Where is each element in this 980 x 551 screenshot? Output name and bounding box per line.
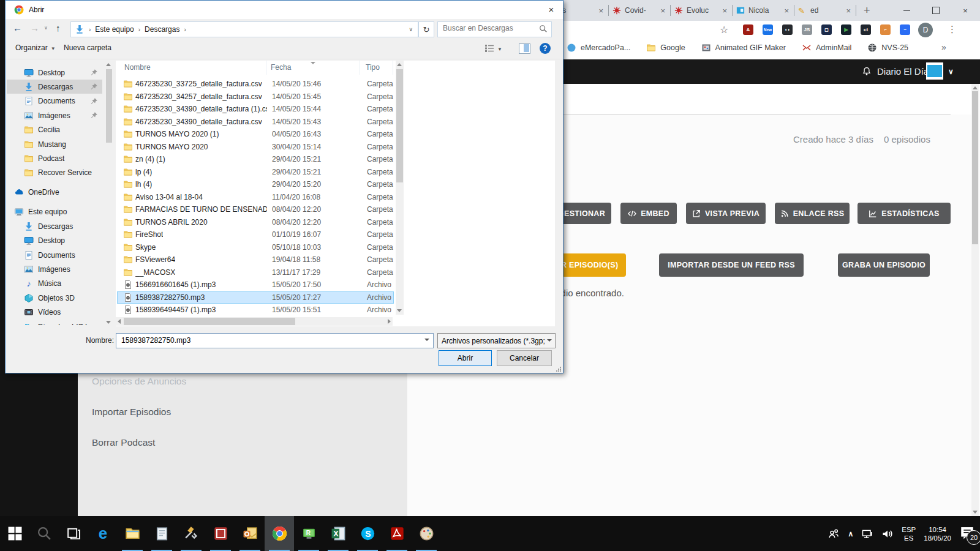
file-row[interactable]: Skype05/10/18 10:03Carpeta (117, 241, 394, 254)
taskbar-app-search[interactable] (29, 516, 59, 551)
bell-icon[interactable] (861, 65, 873, 77)
dark-extension-icon[interactable]: ◻ (821, 24, 832, 35)
preview-pane-icon[interactable] (519, 43, 530, 54)
language-indicator[interactable]: ESPES (902, 525, 916, 542)
new-tab-button[interactable]: + (856, 4, 878, 17)
column-header-tipo[interactable]: Tipo (366, 63, 380, 72)
scroll-down-icon[interactable] (106, 321, 111, 324)
file-row[interactable]: lh (4)29/04/20 15:20Carpeta (117, 178, 394, 191)
bookmark-item[interactable]: Animated GIF Maker (701, 43, 786, 53)
tab-close-icon[interactable]: × (659, 6, 666, 15)
file-row[interactable]: FireShot01/10/19 16:07Carpeta (117, 228, 394, 241)
taskbar-app-paint[interactable] (412, 516, 441, 551)
organize-menu[interactable]: Organizar▼ (15, 43, 56, 52)
browser-tab[interactable]: Covid-× (609, 0, 670, 21)
breadcrumb-segment[interactable]: Este equipo (95, 25, 134, 34)
file-row[interactable]: FARMACIAS DE TURNO DE ENSENADA...08/04/2… (117, 203, 394, 216)
view-list-icon[interactable] (484, 43, 494, 53)
scroll-down-icon[interactable] (397, 309, 402, 312)
file-row[interactable]: zn (4) (1)29/04/20 15:21Carpeta (117, 153, 394, 166)
file-row[interactable]: 1566916601645 (1).mp315/05/20 17:50Archi… (117, 279, 394, 291)
js-extension-icon[interactable]: JS (802, 24, 812, 35)
ct-extension-icon[interactable]: ct (861, 24, 871, 35)
page-sidebar-item[interactable]: Importar Episodios (92, 407, 171, 418)
sidebar-scrollbar[interactable] (105, 61, 113, 326)
sidebar-item-documents[interactable]: Documents (7, 94, 102, 108)
browser-tab[interactable]: ✎ed× (794, 0, 856, 21)
help-button[interactable]: ? (540, 43, 551, 54)
file-row[interactable]: 467235230_34390_detalle_factura (1).csv1… (117, 103, 394, 116)
network-icon[interactable] (861, 528, 873, 540)
new-badge-extension-icon[interactable]: New (763, 24, 773, 35)
scroll-up-icon[interactable] (973, 86, 978, 89)
minimize-button[interactable] (892, 0, 921, 21)
enlace-rss-button[interactable]: ENLACE RSS (775, 203, 850, 224)
maximize-button[interactable] (921, 0, 951, 21)
sidebar-item-desktop[interactable]: Desktop (7, 66, 102, 80)
podcast-avatar[interactable] (926, 62, 943, 80)
sidebar-item-im-genes[interactable]: Imágenes (7, 262, 102, 276)
chevron-down-icon[interactable]: ∨ (948, 67, 954, 76)
refresh-button[interactable]: ↻ (418, 21, 434, 37)
sidebar-item-m-sica[interactable]: ♪Música (7, 277, 102, 291)
tab-close-icon[interactable]: × (721, 6, 728, 15)
sidebar-item-im-genes[interactable]: Imágenes (7, 108, 102, 122)
file-row[interactable]: FSViewer6419/04/18 11:58Carpeta (117, 253, 394, 266)
sidebar-item-descargas[interactable]: Descargas (7, 219, 102, 233)
feather-extension-icon[interactable]: ~ (900, 24, 910, 35)
sidebar-item-onedrive[interactable]: OneDrive (7, 186, 102, 200)
taskbar-app-edge[interactable]: e (88, 516, 118, 551)
sidebar-item-disco-local-c-[interactable]: Disco local (C:) (7, 320, 102, 325)
browser-tab[interactable]: Evoluc× (671, 0, 732, 21)
tab-close-icon[interactable]: × (597, 6, 605, 15)
column-divider[interactable] (266, 61, 266, 75)
search-input[interactable] (442, 23, 536, 33)
column-divider[interactable] (360, 61, 360, 75)
pdf-extension-icon[interactable]: A (743, 24, 753, 35)
vista-previa-button[interactable]: VISTA PREVIA (686, 203, 766, 224)
taskbar-app-chrome[interactable] (265, 516, 294, 551)
scroll-left-icon[interactable] (118, 319, 121, 324)
view-dropdown-icon[interactable]: ▼ (497, 47, 502, 52)
volume-icon[interactable] (881, 528, 894, 540)
file-row[interactable]: lp (4)29/04/20 15:21Carpeta (117, 166, 394, 179)
column-divider[interactable] (393, 61, 393, 75)
history-chevron-icon[interactable]: ∨ (44, 25, 48, 31)
taskbar-app-capture-tool[interactable] (176, 516, 206, 551)
bookmark-star-icon[interactable]: ☆ (720, 24, 728, 36)
file-row[interactable]: 467235230_34390_detalle_factura.csv14/05… (117, 116, 394, 129)
list-vertical-scrollbar[interactable] (396, 61, 404, 315)
bookmark-item[interactable]: eMercadoPa... (567, 43, 630, 53)
bookmarks-overflow-icon[interactable]: » (941, 42, 946, 52)
tab-close-icon[interactable]: × (845, 6, 852, 15)
taskbar-app-excel[interactable]: X (323, 516, 353, 551)
scroll-down-icon[interactable] (973, 511, 978, 514)
file-row[interactable]: TURNOS ABRIL 202008/04/20 12:20Carpeta (117, 216, 394, 229)
sidebar-item-este-equipo[interactable]: Este equipo (7, 205, 102, 219)
open-button[interactable]: Abrir (439, 350, 492, 366)
chevron-up-icon[interactable]: ∧ (848, 530, 853, 538)
column-header-fecha[interactable]: Fecha (271, 63, 291, 72)
mask-extension-icon[interactable]: ◖◗ (782, 24, 793, 35)
sidebar-item-desktop[interactable]: Desktop (7, 234, 102, 248)
profile-avatar[interactable]: D (918, 23, 933, 37)
taskbar-app-acrobat[interactable] (382, 516, 412, 551)
clock[interactable]: 10:5418/05/20 (924, 525, 951, 542)
breadcrumb[interactable]: ›Este equipo›Descargas› ∨ (70, 21, 418, 37)
sidebar-item-objetos-3d[interactable]: Objetos 3D (7, 291, 102, 305)
sidebar-item-v-deos[interactable]: Vídeos (7, 305, 102, 320)
column-header-nombre[interactable]: Nombre (124, 63, 151, 72)
browser-tab[interactable]: Nicola× (733, 0, 794, 21)
list-horizontal-scrollbar[interactable] (116, 317, 393, 326)
file-row[interactable]: TURNOS MAYO 2020 (1)04/05/20 16:43Carpet… (117, 128, 394, 141)
file-row[interactable]: 1589396494457 (1).mp315/05/20 15:51Archi… (117, 304, 394, 317)
close-button[interactable]: × (951, 0, 980, 21)
scroll-thumb[interactable] (396, 69, 403, 182)
sidebar-item-mustang[interactable]: Mustang (7, 137, 102, 151)
taskbar-app-image-app[interactable] (206, 516, 235, 551)
back-icon[interactable]: ← (13, 23, 22, 33)
search-icon[interactable] (539, 24, 548, 33)
dialog-titlebar[interactable]: Abrir × (6, 1, 563, 19)
up-icon[interactable]: ↑ (56, 23, 61, 33)
file-row[interactable]: 1589387282750.mp315/05/20 17:27Archivo (117, 291, 394, 304)
